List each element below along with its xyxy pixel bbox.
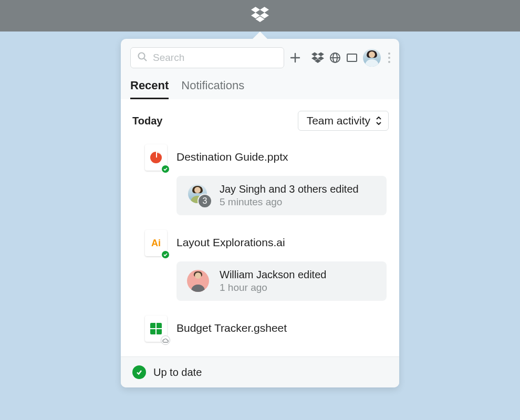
section-title: Today [132,115,162,127]
activity-card[interactable]: 3 Jay Singh and 3 others edited 5 minute… [176,176,387,215]
activity-card[interactable]: William Jackson edited 1 hour ago [176,261,387,301]
tab-notifications[interactable]: Notifications [181,79,244,99]
add-button[interactable] [289,51,301,65]
activity-summary: Jay Singh and 3 others edited [220,183,359,195]
tabs: Recent Notifications [130,79,390,99]
sync-badge-icon [161,250,170,259]
os-menubar [0,0,520,32]
avatar-stack: 3 [186,184,211,207]
activity-time: 5 minutes ago [220,196,359,208]
activity-summary: William Jackson edited [220,269,326,281]
globe-icon[interactable] [329,51,341,65]
file-row[interactable]: Destination Guide.pptx [132,144,389,171]
file-row[interactable]: Budget Tracker.gsheet [132,316,389,342]
more-menu-button[interactable] [388,52,390,63]
activity-time: 1 hour ago [220,282,326,293]
svg-line-6 [144,59,147,61]
svg-marker-9 [311,52,318,56]
file-name: Destination Guide.pptx [176,144,288,163]
file-type-gsheet-icon [145,316,167,342]
filter-label: Team activity [307,114,370,127]
panel-content: Today Team activity [121,99,399,356]
svg-marker-1 [260,7,269,13]
dropbox-tray-panel: Recent Notifications Today Team activity [121,39,399,387]
panel-caret [252,32,268,40]
file-type-pptx-icon [145,144,167,171]
status-text: Up to date [153,366,202,379]
avatar-stack [186,270,211,293]
svg-rect-17 [347,54,357,61]
file-type-ai-icon: Ai [145,230,167,256]
sync-badge-icon [161,164,170,174]
panel-header: Recent Notifications [121,39,399,99]
file-row[interactable]: Ai Layout Explorations.ai [132,230,389,256]
file-name: Budget Tracker.gsheet [176,316,287,334]
sort-icon [376,117,382,125]
activity-filter[interactable]: Team activity [298,111,389,131]
search-field[interactable] [153,52,277,64]
file-name: Layout Explorations.ai [176,230,285,249]
svg-point-5 [139,53,145,59]
svg-marker-10 [318,52,324,56]
dropbox-icon[interactable] [311,51,324,65]
collaborator-avatar [187,270,209,292]
tab-recent[interactable]: Recent [130,79,169,99]
status-bar: Up to date [121,356,399,387]
dropbox-logo-icon [251,7,269,25]
svg-marker-0 [251,7,260,13]
search-icon [137,51,148,64]
cloud-badge-icon [161,335,170,345]
folder-icon[interactable] [346,51,358,65]
collaborator-count-badge: 3 [197,194,212,208]
user-avatar[interactable] [363,49,381,67]
search-input[interactable] [130,47,284,68]
status-check-icon [132,365,146,379]
